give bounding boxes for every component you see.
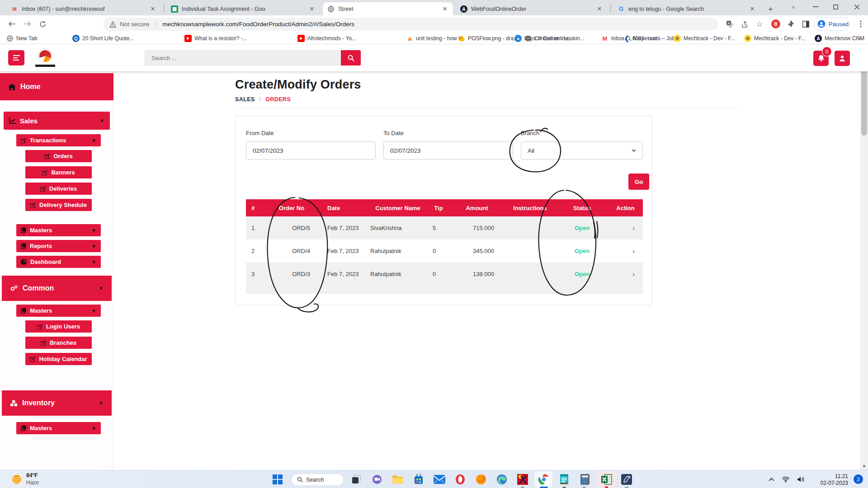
col-header-num[interactable]: # [246,199,262,216]
pgadmin-icon[interactable] [620,473,633,486]
bookmark-inbox-1609[interactable]: MInbox (1,609) - suri... [601,34,661,43]
profile-paused-button[interactable]: Paused [813,17,850,31]
col-header-action[interactable]: Action [608,199,643,216]
col-header-date[interactable]: Date [321,199,368,216]
taskbar-clock[interactable]: 11:21 02-07-2023 [813,473,848,487]
tab-close-icon[interactable]: ✕ [596,5,603,13]
new-tab-button[interactable]: ＋ [767,4,774,14]
bookmark-star-icon[interactable]: ☆ [753,18,766,30]
window-minimize-button[interactable] [813,6,818,7]
microsoft-store-icon[interactable] [412,473,425,486]
tab-gmail[interactable]: M Inbox (607) - suri@mechknowsof ✕ [6,2,161,15]
app-logo[interactable] [38,49,55,67]
sidebar-item-deliveries[interactable]: Deliveries [25,183,92,195]
col-header-instructions[interactable]: Instructions [504,199,556,216]
tray-chevron-up-icon[interactable] [769,478,774,481]
col-header-order-no[interactable]: Order No [262,199,321,216]
tab-google-search[interactable]: G eng to telugu - Google Search ✕ [613,2,760,15]
sidebar-item-orders[interactable]: Orders [25,150,92,162]
window-close-button[interactable] [854,5,859,9]
col-header-amount[interactable]: Amount [450,199,504,216]
opera-icon[interactable] [454,473,467,486]
cell-status[interactable]: Open [556,216,608,239]
xming-icon[interactable] [516,473,529,486]
weather-widget[interactable]: 84°FHaze [11,472,39,486]
col-header-status[interactable]: Status [556,199,608,216]
sidebar-item-sales[interactable]: Sales ▼ [4,112,110,130]
bookmark-mechknow-crm[interactable]: AMechknow CRM [815,34,864,43]
tab-search-chevron-icon[interactable]: ˅ [792,5,795,10]
tab-street-active[interactable]: Street ✕ [323,2,453,15]
bookmark-mechtrack-2[interactable]: ⚙Mechtrack - Dev - F... [744,34,806,43]
share-icon[interactable] [739,18,751,30]
row-expand-chevron-icon[interactable]: › [608,263,643,286]
chrome-active-slot[interactable] [534,471,552,488]
browser-menu-kebab-icon[interactable] [854,18,867,30]
task-view-icon[interactable] [350,473,363,486]
mail-icon[interactable] [433,473,446,486]
sidebar-item-masters-sales[interactable]: Masters ▼ [16,224,101,236]
sidebar-toggle-button[interactable] [8,50,24,66]
calculator-icon[interactable] [579,473,591,486]
bookmark-csharp-corner[interactable]: C# Corner : Lookin... [524,34,585,43]
taskbar-search[interactable]: Search [291,474,344,486]
sidebar-item-transactions[interactable]: Transactions ▼ [16,134,101,146]
breadcrumb-sales[interactable]: SALES [235,96,255,103]
translate-icon[interactable]: A [723,18,736,30]
address-bar[interactable]: Not secure mechknowsamplework.com/FoodOr… [103,18,718,31]
back-icon[interactable] [5,18,18,30]
tab-webfoodonlineorder[interactable]: A WebFoodOnlineOrder ✕ [456,2,608,15]
tab-close-icon[interactable]: ✕ [749,5,756,13]
row-expand-chevron-icon[interactable]: › [608,239,643,263]
sidebar-item-delivery-shedule[interactable]: Delivery Shedule [25,199,92,211]
window-maximize-button[interactable] [833,5,838,9]
scroll-down-icon[interactable]: ▼ [860,463,868,470]
to-date-input[interactable] [383,141,513,160]
reload-icon[interactable] [36,18,49,30]
notepad-icon[interactable] [558,473,571,486]
extensions-puzzle-icon[interactable] [785,18,797,30]
excel-icon[interactable] [600,473,613,486]
app-search-button[interactable] [341,50,361,66]
sidebar-item-branches[interactable]: Branches [25,337,92,349]
bookmark-posflow[interactable]: POSFlow.png - dra... [458,34,518,43]
forward-icon[interactable] [21,18,33,30]
sidebar-item-common[interactable]: Common ▼ [2,276,112,301]
sidebar-item-banners[interactable]: Banners [25,166,92,178]
cell-status[interactable]: Open [556,239,608,263]
sidebar-item-masters-inventory[interactable]: Masters ▼ [16,422,101,434]
profile-button[interactable] [835,51,850,66]
sidebar-item-login-users[interactable]: Login Users [25,320,92,333]
tab-sheets[interactable]: ▦ Individual Task Assignment - Goo ✕ [166,2,320,15]
extension-badge-icon[interactable]: B [769,18,782,30]
tab-close-icon[interactable]: ✕ [308,5,316,13]
sidebar-item-reports[interactable]: Reports ▼ [16,240,101,252]
notification-center-badge[interactable]: 2 [854,474,863,484]
edge-icon[interactable] [495,473,508,486]
page-scrollbar[interactable]: ▲ ▼ [860,44,868,470]
col-header-tip[interactable]: Tip [427,199,450,216]
volume-icon[interactable] [797,476,805,483]
side-panel-icon[interactable] [799,18,812,30]
col-header-customer[interactable]: Customer Name [368,199,427,216]
excel-active-slot[interactable] [597,471,616,488]
bookmarks-overflow-chevron[interactable]: » [858,34,861,43]
start-button[interactable] [271,473,284,486]
chrome-icon[interactable] [538,473,550,486]
row-expand-chevron-icon[interactable]: › [608,216,643,239]
file-explorer-icon[interactable] [392,473,404,486]
go-button[interactable]: Go [628,174,649,190]
sidebar-item-home[interactable]: Home [0,73,113,100]
bookmark-mechtrack-1[interactable]: ⚙Mechtrack - Dev - F... [674,34,735,43]
cell-status[interactable]: Open [556,263,608,286]
tab-close-icon[interactable]: ✕ [441,5,448,13]
sidebar-item-dashboard[interactable]: Dashboard ▼ [16,256,101,268]
teams-chat-icon[interactable] [371,473,383,486]
firefox-icon[interactable] [475,473,487,486]
app-search-input[interactable] [145,50,341,66]
branch-select[interactable]: All [521,141,643,160]
tab-close-icon[interactable]: ✕ [149,5,156,13]
sidebar-item-masters-common[interactable]: Masters ▼ [16,305,101,317]
from-date-input[interactable] [246,141,376,160]
wifi-icon[interactable] [782,476,790,483]
